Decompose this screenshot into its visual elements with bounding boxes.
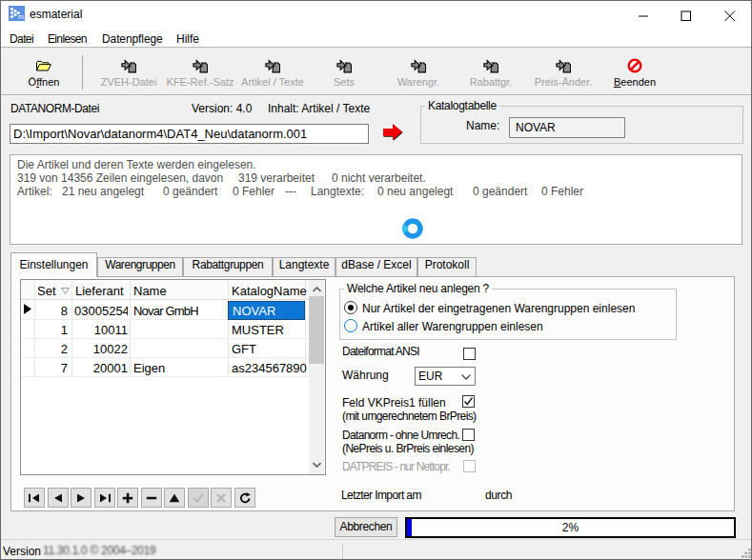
svg-text:m: m [18, 13, 24, 20]
